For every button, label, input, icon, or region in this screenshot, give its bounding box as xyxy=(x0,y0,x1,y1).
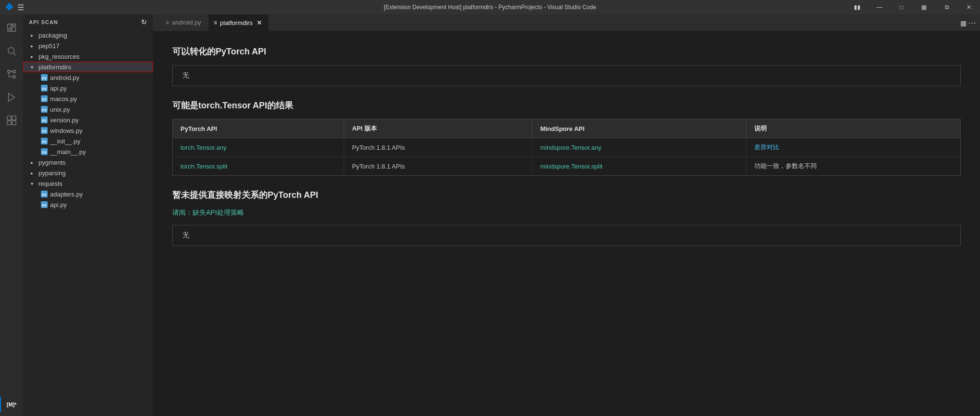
sidebar-item-api-py[interactable]: py api.py xyxy=(23,83,153,93)
tree-item-label: pygments xyxy=(39,159,153,166)
version-cell: PyTorch 1.8.1 APIs xyxy=(344,138,532,157)
sidebar-item-pkg-resources[interactable]: ▸ pkg_resources xyxy=(23,51,153,62)
python-file-icon: py xyxy=(40,190,48,198)
svg-point-6 xyxy=(8,70,11,73)
sidebar-item-macos-py[interactable]: py macos.py xyxy=(23,93,153,104)
col-header-desc: 说明 xyxy=(746,119,960,138)
col-header-version: API 版本 xyxy=(344,119,532,138)
section1-empty-box: 无 xyxy=(172,65,961,86)
tab-android-py[interactable]: ≡ android.py xyxy=(161,14,209,31)
python-file-icon: py xyxy=(40,105,48,113)
svg-rect-3 xyxy=(8,30,11,32)
minimize-button[interactable]: — xyxy=(868,0,890,14)
activity-bar: [M]ˢ xyxy=(0,14,23,416)
python-file-icon: py xyxy=(40,116,48,124)
sidebar-item-version-py[interactable]: py version.py xyxy=(23,115,153,125)
sidebar-item-android-py[interactable]: py android.py xyxy=(23,72,153,83)
tree-item-label: windows.py xyxy=(50,127,153,134)
activity-explorer-icon[interactable] xyxy=(0,16,23,39)
sidebar-item-main-py[interactable]: py __main__.py xyxy=(23,146,153,157)
chevron-down-icon: ▾ xyxy=(31,181,39,186)
activity-extensions-icon[interactable] xyxy=(0,109,23,132)
sidebar-item-pyparsing[interactable]: ▸ pyparsing xyxy=(23,168,153,178)
tree-item-label: pyparsing xyxy=(39,169,153,177)
svg-rect-13 xyxy=(7,116,11,120)
mindspore-api-link[interactable]: mindspore.Tensor.any xyxy=(540,144,601,151)
tree-item-label: android.py xyxy=(50,74,153,81)
mindspore-api-cell: mindspore.Tensor.any xyxy=(532,138,746,157)
svg-rect-2 xyxy=(12,27,15,31)
tab-close-icon[interactable]: ✕ xyxy=(256,19,263,26)
pytorch-api-cell: torch.Tensor.any xyxy=(173,138,344,157)
tab-platformdirs[interactable]: ≡ platformdirs ✕ xyxy=(209,14,269,31)
activity-mindspore-icon[interactable]: [M]ˢ xyxy=(0,393,23,416)
hamburger-icon[interactable]: ☰ xyxy=(17,3,24,12)
tab-icon: ≡ xyxy=(214,19,217,26)
pytorch-api-link[interactable]: torch.Tensor.any xyxy=(181,144,226,151)
svg-point-8 xyxy=(13,70,16,73)
python-file-icon: py xyxy=(40,74,48,81)
chevron-right-icon: ▸ xyxy=(31,54,39,59)
svg-rect-14 xyxy=(12,116,16,120)
sidebar-title: API SCAN xyxy=(29,19,58,25)
toggle-sidebar-button[interactable]: ▮▮ xyxy=(846,0,868,14)
restore-button[interactable]: ⧉ xyxy=(936,0,958,14)
tree-item-label: api.py xyxy=(50,85,153,92)
mindspore-api-cell: mindspore.Tensor.split xyxy=(532,157,746,176)
chevron-right-icon: ▸ xyxy=(31,33,39,38)
window-title: [Extension Development Host] platformdir… xyxy=(384,4,596,11)
refresh-icon[interactable]: ↻ xyxy=(141,18,147,26)
pytorch-api-link-split[interactable]: torch.Tensor.split xyxy=(181,163,228,170)
sidebar-item-windows-py[interactable]: py windows.py xyxy=(23,125,153,136)
maximize-button[interactable]: □ xyxy=(890,0,913,14)
mindspore-api-link-split[interactable]: mindspore.Tensor.split xyxy=(540,163,602,170)
python-file-icon: py xyxy=(40,137,48,145)
tree-item-label: unix.py xyxy=(50,106,153,113)
section1-empty-text: 无 xyxy=(182,71,189,79)
split-layout-button[interactable]: ▦ xyxy=(913,0,935,14)
close-button[interactable]: ✕ xyxy=(958,0,980,14)
tree-item-label: api.py xyxy=(50,201,153,208)
section1-title: 可以转化的PyTorch API xyxy=(172,46,961,57)
python-file-icon: py xyxy=(40,201,48,208)
tab-label: platformdirs xyxy=(220,19,253,26)
activity-source-control-icon[interactable] xyxy=(0,63,23,86)
sidebar-item-init-py[interactable]: py __init__.py xyxy=(23,136,153,146)
activity-run-debug-icon[interactable] xyxy=(0,86,23,109)
title-bar: ❖ ☰ [Extension Development Host] platfor… xyxy=(0,0,980,14)
sidebar-item-pep517[interactable]: ▸ pep517 xyxy=(23,40,153,51)
more-actions-icon[interactable]: ⋯ xyxy=(968,18,976,27)
sidebar-item-requests[interactable]: ▾ requests xyxy=(23,178,153,189)
table-header-row: PyTorch API API 版本 MindSpore API 说明 xyxy=(173,119,960,138)
sidebar-item-api-py2[interactable]: py api.py xyxy=(23,199,153,210)
tree-item-label: version.py xyxy=(50,117,153,124)
sidebar-item-unix-py[interactable]: py unix.py xyxy=(23,104,153,115)
split-editor-icon[interactable]: ▦ xyxy=(960,19,967,27)
editor-content: 可以转化的PyTorch API 无 可能是torch.Tensor API的结… xyxy=(153,31,980,416)
version-cell: PyTorch 1.8.1 APIs xyxy=(344,157,532,176)
sidebar-item-pygments[interactable]: ▸ pygments xyxy=(23,157,153,168)
svg-marker-12 xyxy=(9,93,15,102)
tree-item-label: __main__.py xyxy=(50,148,153,156)
svg-rect-0 xyxy=(8,24,11,28)
sidebar-item-platformdirs[interactable]: ▾ platformdirs xyxy=(23,62,153,72)
diff-compare-link[interactable]: 差异对比 xyxy=(754,143,779,151)
sidebar-item-packaging[interactable]: ▸ packaging xyxy=(23,30,153,40)
tab-icon: ≡ xyxy=(166,19,169,26)
activity-search-icon[interactable] xyxy=(0,39,23,63)
main-layout: [M]ˢ API SCAN ↻ ▸ packaging ▸ pep517 ▸ p… xyxy=(0,14,980,416)
tab-bar-actions xyxy=(153,14,161,31)
sidebar-tree: ▸ packaging ▸ pep517 ▸ pkg_resources ▾ p… xyxy=(23,30,153,416)
section3-empty-text: 无 xyxy=(182,231,189,239)
tree-item-label: __init__.py xyxy=(50,138,153,145)
col-header-mindspore: MindSpore API xyxy=(532,119,746,138)
chevron-right-icon: ▸ xyxy=(31,160,39,165)
desc-cell: 功能一致，参数名不同 xyxy=(746,157,960,176)
chevron-right-icon: ▸ xyxy=(31,170,39,176)
sidebar-item-adapters-py[interactable]: py adapters.py xyxy=(23,189,153,199)
tree-item-label: macos.py xyxy=(50,95,153,103)
python-file-icon: py xyxy=(40,95,48,103)
missing-api-strategy-link[interactable]: 请阅：缺失API处理策略 xyxy=(172,208,244,217)
api-table-container: PyTorch API API 版本 MindSpore API 说明 torc… xyxy=(172,119,961,176)
section2-title: 可能是torch.Tensor API的结果 xyxy=(172,100,961,111)
